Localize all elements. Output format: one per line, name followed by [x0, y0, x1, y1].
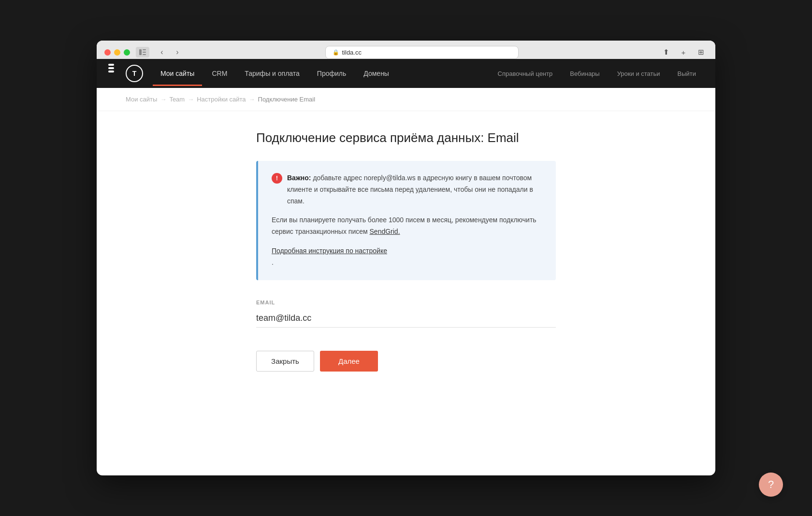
tilda-stripe-logo: [108, 64, 114, 83]
minimize-dot[interactable]: [114, 49, 120, 56]
window-controls: [104, 49, 130, 56]
grid-button[interactable]: ⊞: [694, 45, 708, 59]
main-content: Подключение сервиса приёма данных: Email…: [237, 130, 575, 372]
svg-rect-2: [143, 52, 146, 53]
info-box-body: Если вы планируете получать более 1000 п…: [272, 215, 542, 268]
nav-webinars[interactable]: Вебинары: [562, 61, 607, 86]
svg-rect-1: [143, 49, 146, 50]
breadcrumb-arrow-2: →: [188, 96, 194, 103]
important-body: добавьте адрес noreply@tilda.ws в адресн…: [287, 174, 533, 205]
breadcrumb: Мои сайты → Team → Настройки сайта → Под…: [97, 88, 715, 111]
browser-window: ‹ › 🔒 tilda.cc ⬆ + ⊞ T Мои са: [97, 41, 715, 475]
nav-domains[interactable]: Домены: [356, 61, 397, 86]
url-text: tilda.cc: [342, 49, 362, 56]
info-box: ! Важно: добавьте адрес noreply@tilda.ws…: [256, 161, 556, 280]
back-button[interactable]: ‹: [155, 45, 169, 59]
warning-icon: !: [272, 173, 282, 184]
breadcrumb-site-settings[interactable]: Настройки сайта: [197, 96, 246, 103]
navigation-arrows: ‹ ›: [155, 45, 184, 59]
next-button[interactable]: Далее: [320, 351, 378, 372]
tilda-logo[interactable]: T: [126, 65, 143, 82]
important-label: Важно:: [287, 174, 311, 182]
instruction-link[interactable]: Подробная инструкция по настройке: [272, 245, 542, 257]
nav-profile[interactable]: Профиль: [309, 61, 354, 86]
browser-toolbar-right: ⬆ + ⊞: [659, 45, 708, 59]
sidebar-toggle-button[interactable]: [136, 47, 149, 57]
breadcrumb-arrow-1: →: [160, 96, 166, 103]
svg-rect-0: [139, 49, 142, 55]
close-button[interactable]: Закрыть: [256, 351, 314, 372]
instruction-dot: .: [272, 258, 274, 266]
breadcrumb-team[interactable]: Team: [169, 96, 185, 103]
nav-right-links: Справочный центр Вебинары Уроки и статьи…: [490, 61, 704, 86]
nav-pricing[interactable]: Тарифы и оплата: [237, 61, 307, 86]
nav-my-sites[interactable]: Мои сайты: [153, 61, 202, 86]
breadcrumb-current: Подключение Email: [258, 96, 316, 103]
email-input[interactable]: [256, 309, 556, 328]
forward-button[interactable]: ›: [171, 45, 184, 59]
help-button[interactable]: ?: [759, 473, 783, 497]
form-section: EMAIL: [256, 300, 556, 328]
info-box-header: ! Важно: добавьте адрес noreply@tilda.ws…: [272, 172, 542, 207]
nav-tutorials[interactable]: Уроки и статьи: [609, 61, 668, 86]
nav-help-center[interactable]: Справочный центр: [490, 61, 561, 86]
lock-icon: 🔒: [333, 49, 339, 56]
form-actions: Закрыть Далее: [256, 351, 556, 372]
svg-rect-3: [143, 54, 146, 55]
browser-chrome: ‹ › 🔒 tilda.cc ⬆ + ⊞: [97, 41, 715, 59]
nav-links: Мои сайты CRM Тарифы и оплата Профиль До…: [153, 61, 490, 86]
info-body-text: Если вы планируете получать более 1000 п…: [272, 216, 536, 235]
sendgrid-link[interactable]: SendGrid.: [370, 228, 400, 235]
email-label: EMAIL: [256, 300, 556, 305]
logo-area: T: [108, 64, 143, 83]
site-nav: T Мои сайты CRM Тарифы и оплата Профиль …: [97, 59, 715, 88]
address-bar[interactable]: 🔒 tilda.cc: [325, 46, 519, 59]
nav-crm[interactable]: CRM: [204, 61, 235, 86]
close-dot[interactable]: [104, 49, 111, 56]
new-tab-button[interactable]: +: [677, 45, 690, 59]
page-title: Подключение сервиса приёма данных: Email: [256, 130, 556, 145]
breadcrumb-my-sites[interactable]: Мои сайты: [126, 96, 157, 103]
share-button[interactable]: ⬆: [659, 45, 673, 59]
maximize-dot[interactable]: [124, 49, 130, 56]
nav-logout[interactable]: Выйти: [670, 61, 704, 86]
page-body: Мои сайты → Team → Настройки сайта → Под…: [97, 88, 715, 426]
breadcrumb-arrow-3: →: [249, 96, 255, 103]
info-box-important-text: Важно: добавьте адрес noreply@tilda.ws в…: [287, 172, 542, 207]
